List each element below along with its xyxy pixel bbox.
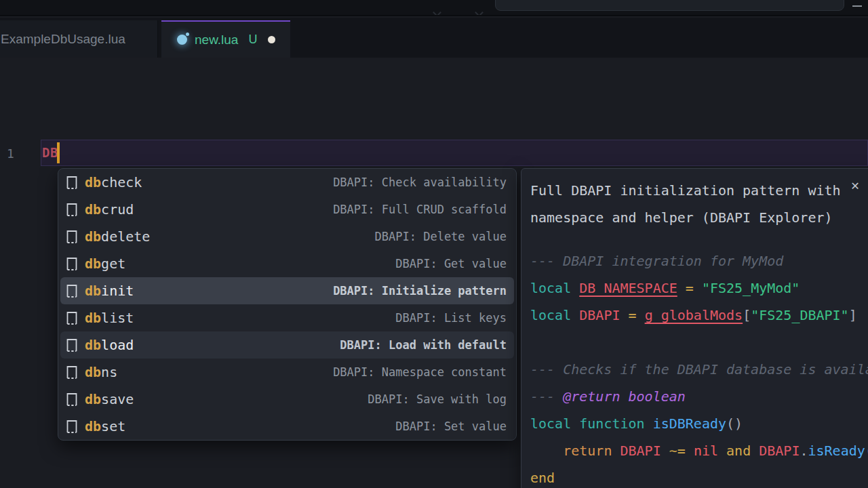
code-token: ] xyxy=(849,307,857,323)
code-token xyxy=(645,415,653,432)
code-token xyxy=(677,280,686,296)
suggest-label: dbdelete xyxy=(85,228,150,245)
snippet-icon xyxy=(66,176,78,190)
suggest-item-dbsave[interactable]: dbsaveDBAPI: Save with log xyxy=(58,386,516,413)
suggest-label: dbinit xyxy=(85,283,134,299)
snippet-icon xyxy=(66,257,78,271)
suggest-item-dbload[interactable]: dbloadDBAPI: Load with default xyxy=(60,331,514,359)
suggest-description: DBAPI: Namespace constant xyxy=(333,365,507,379)
code-line: --- @return boolean xyxy=(530,383,868,410)
tab-exampledbusage[interactable]: ExampleDbUsage.lua xyxy=(0,20,158,58)
forward-icon[interactable] xyxy=(475,8,484,16)
line-number: 1 xyxy=(7,146,14,161)
code-token: DBAPI xyxy=(620,443,660,459)
code-token xyxy=(571,307,579,323)
code-token: = xyxy=(686,280,694,296)
typed-text: DB xyxy=(42,145,58,160)
code-token: nil xyxy=(694,443,718,459)
suggest-label-rest: load xyxy=(101,337,134,353)
suggest-item-dbns[interactable]: dbnsDBAPI: Namespace constant xyxy=(58,359,516,386)
suggest-label: dbns xyxy=(85,364,117,380)
code-token: "FS25_DBAPI" xyxy=(751,307,849,323)
snippet-icon xyxy=(66,230,78,244)
close-icon[interactable]: ✕ xyxy=(851,177,859,193)
tab-new-lua[interactable]: new.lua U xyxy=(161,20,290,58)
suggest-item-dbdelete[interactable]: dbdeleteDBAPI: Delete value xyxy=(58,223,516,250)
suggest-item-dbcheck[interactable]: dbcheckDBAPI: Check availability xyxy=(58,169,516,196)
suggest-label: dbload xyxy=(85,337,134,353)
suggest-item-dbset[interactable]: dbsetDBAPI: Set value xyxy=(58,413,516,440)
suggest-description: DBAPI: Delete value xyxy=(375,230,507,243)
suggest-label-match: db xyxy=(85,364,101,380)
code-token xyxy=(571,415,579,432)
code-token xyxy=(571,280,579,296)
suggest-item-dbcrud[interactable]: dbcrudDBAPI: Full CRUD scaffold xyxy=(58,196,516,223)
current-line-highlight xyxy=(41,140,868,166)
code-token xyxy=(751,443,759,459)
code-token xyxy=(612,443,620,459)
suggest-description: DBAPI: Initialize pattern xyxy=(333,284,507,298)
modified-dot-icon[interactable] xyxy=(268,36,275,43)
suggest-label-match: db xyxy=(85,283,101,299)
code-token: DB_NAMESPACE xyxy=(579,280,677,296)
suggest-item-dbget[interactable]: dbgetDBAPI: Get value xyxy=(58,250,516,277)
editor-pane[interactable]: 1 DB dbcheckDBAPI: Check availabilitydbc… xyxy=(0,58,868,488)
suggest-label-match: db xyxy=(85,174,101,190)
code-line xyxy=(530,329,868,356)
code-line: --- DBAPI integration for MyMod xyxy=(530,247,868,274)
code-token: local xyxy=(530,307,571,323)
suggest-label-match: db xyxy=(85,391,101,407)
code-token: return xyxy=(563,443,612,459)
suggest-widget: dbcheckDBAPI: Check availabilitydbcrudDB… xyxy=(58,168,517,441)
suggest-description: DBAPI: Check availability xyxy=(333,176,507,189)
code-token xyxy=(530,443,563,459)
back-icon[interactable] xyxy=(433,8,441,16)
suggest-description: DBAPI: Set value xyxy=(395,420,507,433)
tab-bar: ExampleDbUsage.lua new.lua U xyxy=(0,18,868,58)
code-token: ~= xyxy=(669,443,686,459)
suggest-label-rest: check xyxy=(101,174,142,190)
lua-file-icon xyxy=(177,35,187,45)
suggest-item-dblist[interactable]: dblistDBAPI: List keys xyxy=(58,304,516,331)
code-line: local function isDBReady() xyxy=(530,410,868,437)
suggest-label-match: db xyxy=(85,201,101,218)
suggest-description: DBAPI: Load with default xyxy=(340,338,507,352)
code-token: isDBReady xyxy=(653,415,726,432)
suggest-label-rest: list xyxy=(101,310,134,326)
code-token: "FS25_MyMod" xyxy=(702,280,800,296)
suggest-label: dblist xyxy=(85,310,134,326)
code-token: local xyxy=(530,280,571,296)
minimize-icon[interactable] xyxy=(852,5,862,7)
code-token xyxy=(661,443,669,459)
code-line: end xyxy=(530,464,868,488)
snippet-icon xyxy=(66,392,78,407)
suggest-doc-panel: Full DBAPI initialization pattern with n… xyxy=(521,168,868,488)
code-token xyxy=(620,307,628,323)
code-token: () xyxy=(865,443,868,459)
suggest-description: DBAPI: Full CRUD scaffold xyxy=(333,203,507,216)
code-line: local DB_NAMESPACE = "FS25_MyMod" xyxy=(530,274,868,302)
suggest-label-match: db xyxy=(85,228,101,245)
code-token: end xyxy=(530,470,555,486)
suggest-item-dbinit[interactable]: dbinitDBAPI: Initialize pattern xyxy=(60,277,514,304)
code-token: () xyxy=(726,415,743,432)
text-cursor xyxy=(57,142,60,163)
code-token: @return boolean xyxy=(563,388,686,405)
suggest-label-match: db xyxy=(85,256,101,272)
suggest-label: dbget xyxy=(85,256,125,272)
code-token: . xyxy=(800,443,808,459)
suggest-label-rest: ns xyxy=(101,364,117,380)
code-line: return DBAPI ~= nil and DBAPI.isReady() xyxy=(530,437,868,464)
snippet-icon xyxy=(66,365,78,380)
suggest-label-rest: delete xyxy=(101,228,150,245)
command-center-searchbox[interactable] xyxy=(495,0,844,11)
snippet-icon xyxy=(66,338,78,352)
suggest-label: dbset xyxy=(85,418,125,434)
code-token xyxy=(686,443,694,459)
suggest-label-match: db xyxy=(85,418,101,434)
code-token xyxy=(637,307,645,323)
suggest-description: DBAPI: Get value xyxy=(395,257,507,270)
snippet-icon xyxy=(66,203,78,217)
code-token: --- DBAPI integration for MyMod xyxy=(530,253,783,269)
suggest-label-rest: save xyxy=(101,391,134,407)
